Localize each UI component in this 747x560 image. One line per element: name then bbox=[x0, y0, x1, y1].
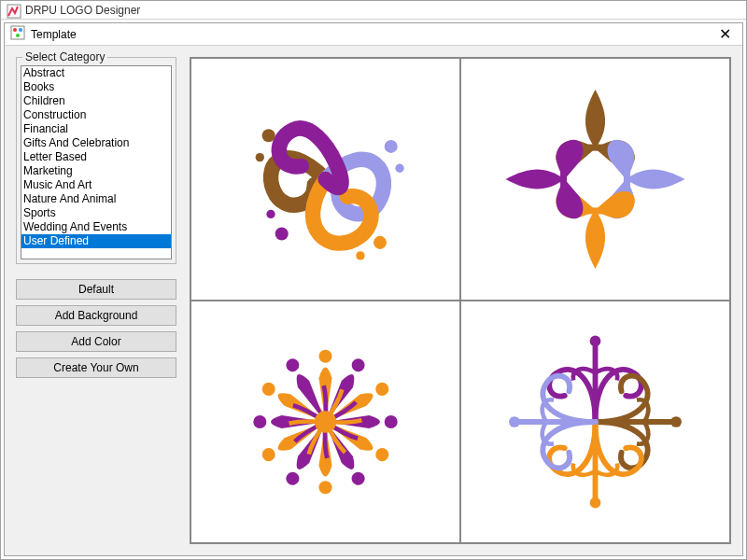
swirl-ornament-icon bbox=[203, 70, 448, 288]
svg-point-11 bbox=[275, 227, 289, 240]
svg-point-3 bbox=[19, 28, 22, 32]
svg-rect-15 bbox=[585, 207, 606, 214]
svg-rect-13 bbox=[585, 145, 606, 151]
category-item[interactable]: Financial bbox=[21, 122, 171, 136]
category-fieldset: Select Category AbstractBooksChildrenCon… bbox=[16, 57, 176, 264]
svg-point-33 bbox=[509, 416, 520, 427]
category-item[interactable]: Gifts And Celebration bbox=[21, 136, 171, 150]
svg-point-12 bbox=[266, 210, 275, 218]
category-item[interactable]: Children bbox=[21, 94, 171, 108]
fleur-de-lis-quad-icon bbox=[472, 70, 718, 288]
svg-point-28 bbox=[284, 357, 302, 374]
close-icon[interactable]: ✕ bbox=[713, 25, 737, 43]
svg-point-4 bbox=[16, 34, 20, 37]
svg-point-21 bbox=[374, 446, 391, 464]
svg-point-22 bbox=[349, 469, 367, 487]
svg-point-18 bbox=[349, 357, 367, 374]
template-thumb-swirl[interactable] bbox=[190, 58, 460, 301]
svg-rect-14 bbox=[624, 168, 630, 189]
template-thumb-floral[interactable] bbox=[190, 301, 460, 543]
add-background-button[interactable]: Add Background bbox=[16, 305, 176, 326]
category-list[interactable]: AbstractBooksChildrenConstructionFinanci… bbox=[21, 65, 172, 259]
template-dialog: Template ✕ Select Category AbstractBooks… bbox=[4, 22, 743, 556]
svg-point-29 bbox=[315, 411, 336, 432]
template-dialog-title: Template bbox=[31, 28, 77, 41]
add-color-button[interactable]: Add Color bbox=[16, 331, 176, 352]
category-item[interactable]: Construction bbox=[21, 108, 171, 122]
svg-point-17 bbox=[318, 350, 331, 363]
svg-point-9 bbox=[374, 236, 387, 249]
svg-point-31 bbox=[670, 416, 682, 427]
outer-titlebar: DRPU LOGO Designer bbox=[1, 1, 746, 20]
create-your-own-button[interactable]: Create Your Own bbox=[16, 357, 176, 378]
template-thumb-scroll[interactable] bbox=[460, 301, 730, 543]
svg-point-25 bbox=[260, 446, 277, 464]
category-item[interactable]: Wedding And Events bbox=[21, 220, 171, 234]
svg-point-20 bbox=[385, 415, 398, 428]
category-item[interactable]: Marketing bbox=[21, 164, 171, 178]
svg-point-23 bbox=[318, 481, 331, 494]
client-area: Select Category AbstractBooksChildrenCon… bbox=[5, 46, 742, 555]
default-button[interactable]: Default bbox=[16, 279, 176, 300]
svg-point-32 bbox=[590, 497, 601, 509]
category-fieldset-label: Select Category bbox=[22, 50, 107, 63]
svg-point-5 bbox=[262, 129, 275, 142]
svg-point-24 bbox=[284, 469, 302, 487]
category-item[interactable]: Books bbox=[21, 80, 171, 94]
template-thumb-fleur[interactable] bbox=[460, 58, 730, 301]
category-item[interactable]: Music And Art bbox=[21, 178, 171, 192]
floral-mandala-icon bbox=[203, 313, 448, 531]
svg-point-6 bbox=[256, 153, 264, 161]
svg-point-8 bbox=[395, 164, 403, 173]
category-item[interactable]: Nature And Animal bbox=[21, 192, 171, 206]
svg-point-7 bbox=[385, 140, 398, 153]
svg-point-27 bbox=[260, 380, 277, 398]
scroll-diamond-icon bbox=[472, 313, 718, 531]
category-item[interactable]: Letter Based bbox=[21, 150, 171, 164]
button-stack: Default Add Background Add Color Create … bbox=[16, 279, 176, 378]
sidebar: Select Category AbstractBooksChildrenCon… bbox=[16, 57, 176, 544]
outer-window-title: DRPU LOGO Designer bbox=[25, 4, 140, 17]
svg-point-10 bbox=[356, 251, 364, 259]
svg-point-19 bbox=[374, 380, 391, 398]
svg-point-30 bbox=[590, 336, 601, 347]
outer-window: DRPU LOGO Designer Template ✕ Select Cat… bbox=[0, 0, 747, 560]
category-item[interactable]: User Defined bbox=[21, 234, 171, 248]
svg-rect-16 bbox=[560, 168, 567, 189]
template-dialog-titlebar: Template ✕ bbox=[5, 23, 742, 46]
category-item[interactable]: Abstract bbox=[21, 66, 171, 80]
svg-point-26 bbox=[253, 415, 266, 428]
template-preview-grid bbox=[190, 57, 731, 544]
template-dialog-icon bbox=[10, 25, 25, 43]
category-item[interactable]: Sports bbox=[21, 206, 171, 220]
svg-point-2 bbox=[13, 28, 17, 32]
app-icon bbox=[7, 4, 20, 17]
